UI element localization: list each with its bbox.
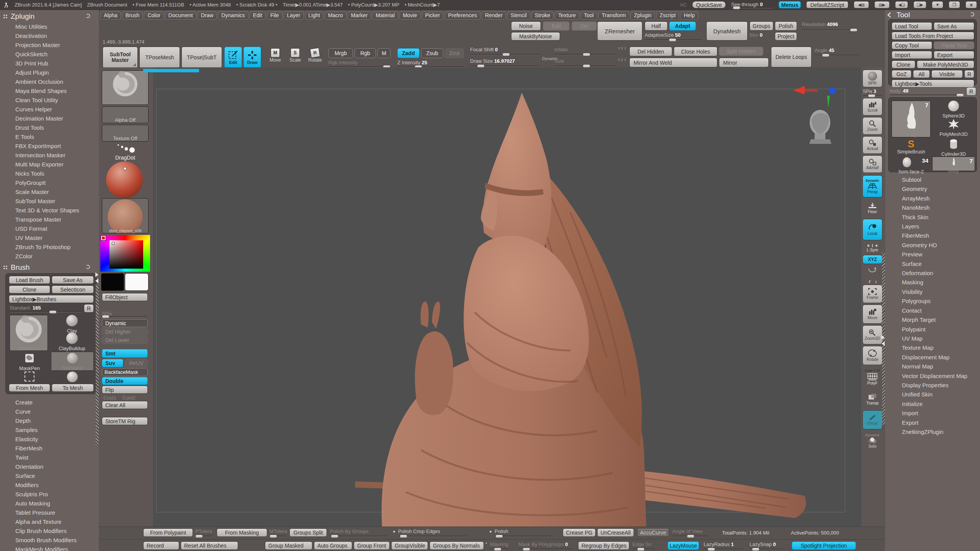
brush-menu-item[interactable]: Clip Brush Modifiers: [15, 527, 77, 536]
persp-button[interactable]: Dynamic Persp: [862, 175, 882, 197]
right-tray-toggle-icon[interactable]: ▤▶: [874, 1, 890, 8]
zplugin-menu-item[interactable]: Nicks Tools: [15, 169, 79, 178]
sculpture-3d-model[interactable]: [153, 67, 861, 527]
focal-shift-slider[interactable]: Focal Shift 0: [470, 47, 540, 55]
tool-menu-item[interactable]: Import: [902, 409, 967, 418]
brush-menu-item[interactable]: Sculptris Pro: [15, 490, 77, 499]
close-holes-button[interactable]: Close Holes: [674, 47, 717, 56]
tool-menu-item[interactable]: Morph Target: [902, 315, 967, 324]
regroup-by-edges-button[interactable]: Regroup By Edges: [578, 541, 629, 550]
brush-menu-item[interactable]: Samples: [15, 425, 77, 435]
zplugin-menu-item[interactable]: QuickSketch: [15, 50, 79, 59]
prev-doc-icon[interactable]: ◀❏: [895, 1, 908, 8]
brush-menu-item[interactable]: Depth: [15, 416, 77, 425]
menu-bar-item[interactable]: Stencil: [507, 11, 530, 20]
menu-bar-item[interactable]: Render: [482, 11, 506, 20]
zplugin-menu-item[interactable]: SubTool Master: [15, 197, 79, 206]
color-picker[interactable]: [100, 235, 150, 272]
zoom-button[interactable]: Zoom: [862, 117, 882, 135]
zplugin-menu-item[interactable]: Drust Tools: [15, 123, 79, 132]
right-tray-open-arrow-icon[interactable]: [882, 335, 885, 340]
tool-thumb-sphere3d[interactable]: Sphere3D: [932, 101, 975, 117]
tool-menu-item[interactable]: Polygroups: [902, 297, 967, 306]
spix-slider[interactable]: SPix 3: [863, 89, 882, 96]
groups-by-normals-dot[interactable]: [485, 542, 487, 544]
current-brush-thumb[interactable]: Standard: [102, 70, 149, 105]
menu-bar-item[interactable]: File: [267, 11, 283, 20]
size-xyz-label[interactable]: x y z: [618, 57, 626, 62]
zplugin-menu-item[interactable]: FBX ExportImport: [15, 142, 79, 151]
menu-bar-item[interactable]: Zscript: [656, 11, 679, 20]
brush-thumb-clay[interactable]: Clay: [50, 315, 94, 332]
tool-refresh-icon[interactable]: [970, 12, 974, 16]
select-icon-button[interactable]: SelectIcon: [52, 285, 94, 293]
del-hidden-button[interactable]: Del Hidden: [629, 47, 672, 56]
rgb-button[interactable]: Rgb: [354, 48, 376, 58]
half-button[interactable]: Half: [645, 21, 668, 31]
subtool-master-button[interactable]: SubTool Master: [103, 47, 138, 68]
zplugin-menu-item[interactable]: UV Master: [15, 233, 79, 243]
next-doc-icon[interactable]: ❏▶: [913, 1, 926, 8]
menu-bar-item[interactable]: Material: [372, 11, 398, 20]
zplugin-menu-item[interactable]: Text 3D & Vector Shapes: [15, 206, 79, 215]
material-clay-sphere[interactable]: zbro_clayset_s06: [102, 198, 149, 233]
polish-crisp-edges-slider[interactable]: Polish Crisp Edges: [398, 528, 467, 537]
tool-menu-item[interactable]: Normal Map: [902, 362, 967, 371]
tool-r-button[interactable]: R: [964, 70, 974, 78]
tpose-subt-button[interactable]: TPose|SubT: [181, 47, 222, 68]
stroke-dragdot-thumb[interactable]: DragDot: [102, 143, 149, 161]
zplugin-menu-item[interactable]: USD Format: [15, 224, 79, 233]
m-button[interactable]: M: [377, 48, 390, 58]
draw-mode-button[interactable]: Draw: [243, 47, 261, 68]
smt-button[interactable]: Smt: [102, 349, 148, 358]
solo-button[interactable]: Dynamic Solo: [862, 431, 882, 451]
menu-bar-item[interactable]: Macro: [325, 11, 346, 20]
z-intensity-slider[interactable]: Z Intensity 25: [397, 60, 464, 67]
brush-menu-item[interactable]: Surface: [15, 471, 77, 481]
tool-menu-item[interactable]: Subtool: [902, 175, 967, 184]
left-tray-open-arrow-icon[interactable]: [95, 272, 98, 277]
tool-thumb-hom-face-2[interactable]: 34 hom-face-2: [892, 157, 931, 171]
tool-menu-item[interactable]: Thick Skin: [902, 213, 967, 222]
mask-by-noise-button[interactable]: MaskByNoise: [511, 32, 560, 41]
accucurve-button[interactable]: AccuCurve: [637, 528, 669, 537]
menu-bar-item[interactable]: Color: [144, 11, 163, 20]
zplugin-menu-item[interactable]: Maya Blend Shapes: [15, 86, 79, 96]
brush-refresh-icon[interactable]: [86, 265, 90, 269]
restore-button[interactable]: ❐: [949, 1, 960, 8]
brush-menu-item[interactable]: Modifiers: [15, 481, 77, 490]
brush-menu-item[interactable]: Alpha and Texture: [15, 517, 77, 527]
brush-menu-item[interactable]: Twist: [15, 453, 77, 462]
actual-button[interactable]: Actual: [862, 136, 882, 154]
menu-bar-item[interactable]: Picker: [422, 11, 444, 20]
zplugin-menu-item[interactable]: Curves Helper: [15, 105, 79, 114]
tool-menu-item[interactable]: Preview: [902, 250, 967, 259]
mirror-and-weld-button[interactable]: Mirror And Weld: [629, 58, 717, 67]
zoom3d-button[interactable]: Zoom3D: [862, 325, 882, 344]
menu-bar-item[interactable]: Help: [680, 11, 698, 20]
adaptive-size-slider[interactable]: AdaptiveSize 50: [645, 32, 702, 41]
menu-bar-item[interactable]: Brush: [122, 11, 143, 20]
lazysnap-slider[interactable]: LazySnap 0: [750, 541, 785, 550]
tool-menu-item[interactable]: Geometry: [902, 184, 967, 194]
left-tray-close-arrow-icon[interactable]: [95, 279, 98, 283]
swatch-black[interactable]: [101, 273, 124, 291]
scale-mode-button[interactable]: S Scale: [286, 48, 304, 67]
rotate3d-button[interactable]: Rotate: [862, 346, 882, 365]
zplugin-menu-item[interactable]: PolyGroupIt: [15, 178, 79, 187]
menu-bar-item[interactable]: Marker: [348, 11, 371, 20]
local-button[interactable]: Local: [862, 219, 882, 240]
menu-bar-item[interactable]: Light: [305, 11, 323, 20]
zsub-button[interactable]: Zsub: [421, 48, 443, 58]
group-front-button[interactable]: Group Front: [354, 541, 390, 550]
move-mode-button[interactable]: M Move: [266, 48, 284, 67]
backface-mask-button[interactable]: BackfaceMask: [102, 368, 148, 376]
group-visible-button[interactable]: GroupVisible: [391, 541, 428, 550]
clone-tool-button[interactable]: Clone: [892, 60, 915, 68]
scroll-button[interactable]: Scroll: [862, 98, 882, 116]
close-button[interactable]: ×: [965, 1, 977, 8]
tool-menu-item[interactable]: Deformation: [902, 269, 967, 278]
material-red-sphere[interactable]: [103, 161, 148, 197]
tool-menu-item[interactable]: Masking: [902, 278, 967, 287]
polyf-button[interactable]: Line Fill PolyF: [862, 367, 882, 387]
